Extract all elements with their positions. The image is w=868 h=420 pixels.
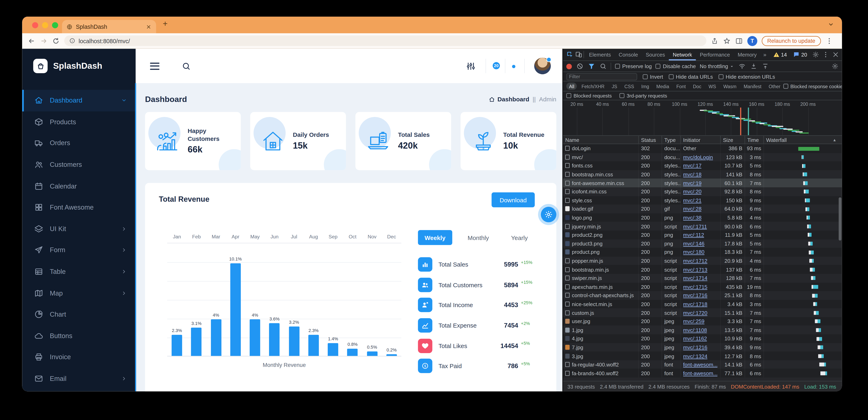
request-row[interactable]: user.jpg200jpegmvc/:2593.3 kB7 ms	[563, 317, 842, 326]
network-search-icon[interactable]	[599, 62, 607, 70]
request-initiator[interactable]: mvc/:19	[683, 180, 702, 186]
request-row[interactable]: style.css200styles...mvc/:21150 kB9 ms	[563, 196, 842, 205]
request-row[interactable]: product3.png200pngmvc/:14617.8 kB5 ms	[563, 239, 842, 248]
more-tabs-chevron[interactable]: »	[762, 52, 768, 58]
type-filter-all[interactable]: All	[566, 83, 577, 90]
request-initiator[interactable]: mvc/:112	[683, 232, 704, 238]
sidebar-item-chart[interactable]: Chart	[22, 304, 135, 325]
network-overview-timeline[interactable]: 20 ms40 ms60 ms80 ms100 ms120 ms140 ms16…	[563, 100, 842, 136]
request-initiator[interactable]: mvc/:20	[683, 189, 702, 195]
revenue-bar[interactable]	[172, 335, 182, 356]
devtools-tab-elements[interactable]: Elements	[585, 49, 615, 60]
invert-checkbox[interactable]: Invert	[643, 74, 663, 80]
metric-row-total-customers[interactable]: Total Customers5894+15%	[418, 275, 535, 295]
sidebar-item-email[interactable]: Email	[22, 368, 135, 389]
request-row[interactable]: loader.gif200gifmvc/:2864.0 kB6 ms	[563, 205, 842, 214]
settings-fab[interactable]	[541, 207, 556, 222]
column-header-type[interactable]: Type	[662, 136, 681, 143]
hamburger-menu-icon[interactable]	[150, 62, 159, 70]
metric-row-total-income[interactable]: Total Income4453+25%	[418, 295, 535, 315]
column-header-name[interactable]: Name	[563, 136, 639, 143]
request-row[interactable]: logo.png200pngmvc/:385.8 kB4 ms	[563, 213, 842, 222]
sidebar-item-products[interactable]: Products	[22, 111, 135, 133]
relaunch-button[interactable]: Relaunch to update	[762, 36, 821, 46]
request-initiator[interactable]: mvc/:1718	[683, 301, 708, 307]
browser-tab[interactable]: SplashDash	[62, 20, 156, 33]
request-row[interactable]: font-awesome.min.css200styles...mvc/:196…	[563, 179, 842, 188]
request-initiator[interactable]: mvc/:1720	[683, 310, 708, 316]
request-initiator[interactable]: mvc/:28	[683, 206, 702, 212]
revenue-bar[interactable]	[250, 319, 260, 356]
request-initiator[interactable]: mvc/:1715	[683, 284, 708, 290]
issues-warning-badge[interactable]: 14	[771, 52, 789, 58]
download-button[interactable]: Download	[492, 192, 535, 207]
request-row[interactable]: jquery.min.js200scriptmvc/:171190.0 kB6 …	[563, 222, 842, 231]
metric-row-total-likes[interactable]: Total Likes14454+5%	[418, 336, 535, 356]
metric-row-total-sales[interactable]: Total Sales5995+15%	[418, 254, 535, 275]
sidebar-item-calendar[interactable]: Calendar	[22, 175, 135, 197]
request-initiator[interactable]: mvc/:21	[683, 197, 702, 203]
reload-icon[interactable]	[52, 37, 60, 45]
sidebar-item-customers[interactable]: Customers	[22, 154, 135, 175]
sidebar-item-orders[interactable]: Orders	[22, 133, 135, 154]
request-row[interactable]: bootstrap.min.js200scriptmvc/:1713137 kB…	[563, 265, 842, 274]
column-header-waterfall[interactable]: Waterfall▲	[764, 136, 842, 143]
request-row[interactable]: nice-select.min.js200scriptmvc/:17183.4 …	[563, 300, 842, 309]
request-initiator[interactable]: mvc/:146	[683, 241, 705, 247]
revenue-bar[interactable]	[367, 351, 377, 356]
request-initiator[interactable]: mvc/:18	[683, 171, 702, 177]
request-initiator[interactable]: mvc/:1216	[683, 344, 708, 350]
revenue-bar[interactable]	[269, 323, 280, 356]
type-filter-other[interactable]: Other	[766, 83, 783, 90]
request-initiator[interactable]: mvc/:1716	[683, 292, 708, 298]
sidebar-item-invoice[interactable]: Invoice	[22, 346, 135, 368]
request-row[interactable]: fa-regular-400.woff2200fontfont-awesom..…	[563, 360, 842, 369]
metric-row-tax-paid[interactable]: $Tax Paid786+5%	[418, 356, 535, 376]
throttling-select[interactable]: No throttling	[700, 63, 734, 69]
disable-cache-checkbox[interactable]: Disable cache	[656, 63, 696, 69]
stat-card-total-revenue[interactable]: $Total Revenue10k	[461, 112, 556, 170]
request-initiator[interactable]: mvc/:1714	[683, 275, 708, 281]
request-row[interactable]: swiper.min.js200scriptmvc/:1714128 kB7 m…	[563, 274, 842, 283]
bookmark-star-icon[interactable]	[723, 37, 731, 45]
tab-close-icon[interactable]	[146, 24, 152, 30]
third-party-requests-checkbox[interactable]: 3rd-party requests	[619, 93, 667, 98]
tab-search-chevron-icon[interactable]	[828, 21, 834, 28]
type-filter-font[interactable]: Font	[674, 83, 688, 90]
blocked-requests-checkbox[interactable]: Blocked requests	[566, 93, 612, 98]
maximize-window-button[interactable]	[52, 22, 58, 28]
preserve-log-checkbox[interactable]: Preserve log	[615, 63, 652, 69]
devtools-scrollbar[interactable]	[839, 197, 841, 241]
sidebar-item-table[interactable]: Table	[22, 261, 135, 282]
metric-row-total-expense[interactable]: Total Expense7454+2%	[418, 315, 535, 335]
period-tab-yearly[interactable]: Yearly	[504, 230, 534, 245]
address-bar[interactable]: localhost:8080/mvc/	[64, 35, 706, 46]
new-tab-button[interactable]: +	[163, 19, 167, 28]
stat-card-daily-orders[interactable]: Daily Orders15k	[250, 112, 346, 170]
request-initiator[interactable]: mvc/:1712	[683, 258, 708, 264]
devtools-tab-sources[interactable]: Sources	[642, 49, 669, 60]
request-row[interactable]: icofont.min.css200styles...mvc/:2092.8 k…	[563, 187, 842, 196]
request-initiator[interactable]: mvc/:1711	[683, 223, 707, 229]
type-filter-img[interactable]: Img	[639, 83, 652, 90]
type-filter-wasm[interactable]: Wasm	[721, 83, 739, 90]
request-initiator[interactable]: mvc/:259	[683, 318, 705, 324]
minimize-window-button[interactable]	[42, 22, 48, 28]
revenue-bar[interactable]	[328, 343, 338, 356]
inspect-element-icon[interactable]	[566, 51, 574, 58]
request-row[interactable]: control-chart-apexcharts.js200scriptmvc/…	[563, 291, 842, 300]
blocked-response-cookies-checkbox[interactable]: Blocked response cookies	[783, 84, 842, 89]
request-row[interactable]: custom.js200scriptmvc/:172015.1 kB7 ms	[563, 308, 842, 317]
sidebar-item-buttons[interactable]: Buttons	[22, 325, 135, 346]
sidebar-item-map[interactable]: Map	[22, 282, 135, 304]
request-initiator[interactable]: mvc/:38	[683, 215, 702, 221]
search-icon[interactable]	[182, 61, 191, 71]
request-row[interactable]: product2.png200pngmvc/:11211.9 kB5 ms	[563, 230, 842, 239]
column-header-status[interactable]: Status	[639, 136, 662, 143]
type-filter-js[interactable]: JS	[609, 83, 620, 90]
type-filter-media[interactable]: Media	[654, 83, 672, 90]
devtools-menu-icon[interactable]	[822, 51, 829, 58]
request-initiator[interactable]: mvc/:1108	[683, 327, 707, 333]
profile-avatar[interactable]: T	[747, 36, 757, 46]
request-initiator[interactable]: mvc/:180	[683, 249, 705, 255]
